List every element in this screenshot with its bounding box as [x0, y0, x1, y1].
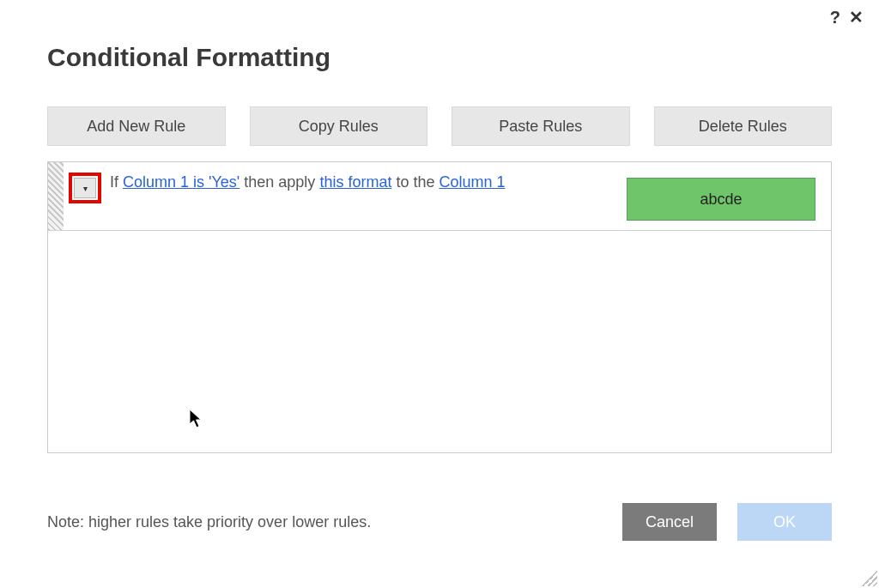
ok-button[interactable]: OK	[737, 503, 832, 541]
conditional-formatting-dialog: Conditional Formatting Add New Rule Copy…	[0, 0, 879, 588]
rule-menu-highlight: ▾	[69, 173, 101, 203]
rule-row[interactable]: ▾ If Column 1 is 'Yes' then apply this f…	[48, 162, 831, 231]
rules-toolbar: Add New Rule Copy Rules Paste Rules Dele…	[47, 106, 832, 146]
format-preview: abcde	[627, 178, 815, 221]
rule-text-to: to the	[391, 173, 439, 191]
cancel-button[interactable]: Cancel	[622, 503, 717, 541]
rule-target-link[interactable]: Column 1	[439, 173, 505, 191]
rules-list: ▾ If Column 1 is 'Yes' then apply this f…	[47, 161, 832, 453]
rule-description: If Column 1 is 'Yes' then apply this for…	[110, 171, 506, 195]
delete-rules-button[interactable]: Delete Rules	[654, 106, 833, 146]
paste-rules-button[interactable]: Paste Rules	[452, 106, 630, 146]
rule-menu-button[interactable]: ▾	[74, 178, 96, 198]
add-new-rule-button[interactable]: Add New Rule	[47, 106, 226, 146]
resize-grip-icon[interactable]	[860, 569, 877, 586]
rule-text-if: If	[110, 173, 123, 191]
rule-text-then: then apply	[239, 173, 319, 191]
rule-body: ▾ If Column 1 is 'Yes' then apply this f…	[64, 162, 831, 229]
drag-handle-icon[interactable]	[48, 162, 64, 230]
rule-condition-link[interactable]: Column 1 is 'Yes'	[123, 173, 239, 191]
dialog-footer: Note: higher rules take priority over lo…	[47, 503, 832, 541]
rule-format-link[interactable]: this format	[319, 173, 391, 191]
dialog-title: Conditional Formatting	[47, 43, 832, 72]
chevron-down-icon: ▾	[83, 184, 88, 193]
copy-rules-button[interactable]: Copy Rules	[250, 106, 428, 146]
priority-note: Note: higher rules take priority over lo…	[47, 513, 371, 531]
